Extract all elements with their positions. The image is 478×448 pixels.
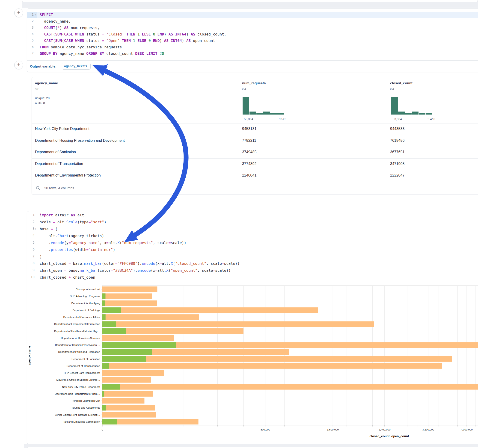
code-line[interactable]: SELECT [40,12,55,18]
table-row[interactable]: Department of Sanitation37494853677651 [32,147,478,158]
bar-closed [102,293,152,299]
histogram-bar [405,113,412,115]
bar-open [102,405,106,411]
y-axis-label: Department of Transportation [66,365,100,367]
code-line[interactable]: COUNT(*) AS num_requests, [40,25,100,31]
bar-open [102,293,105,299]
histogram-bar [256,113,263,115]
column-stat: unique: 20 [35,96,50,100]
code-line[interactable]: CAST(SUM(CASE WHEN status = 'Open' THEN … [40,38,215,43]
bar-open [102,356,146,362]
table-cell: Department of Sanitation [35,150,76,154]
histogram-min-label: 53,304 [244,117,253,121]
histogram-bar [412,112,419,115]
bar-closed [102,307,318,313]
table-cell: 2240041 [242,173,256,177]
add-cell-button-output[interactable]: + [14,61,23,69]
code-line[interactable]: GROUP BY agency_name ORDER BY closed_cou… [40,51,164,56]
next-cell-edge [27,447,478,448]
code-line[interactable]: import altair as alt [40,213,84,218]
active-line-highlight [27,12,478,18]
code-line[interactable]: .encode(y="agency_name", x=alt.X("num_re… [40,240,186,245]
x-axis-label: 0 [102,428,103,431]
y-axis-label: Department of Health and Mental Hyg… [54,330,100,333]
column-header[interactable]: agency_name [35,81,58,85]
histogram-bar [263,112,270,115]
y-axis-label: Department of Consumer Affairs [63,316,100,318]
table-cell: New York City Police Department [35,127,89,131]
column-type: i64 [390,87,394,91]
line-number: 6 [26,45,34,49]
code-line[interactable]: chart_closed + chart_open [40,275,95,280]
line-number: 4 [27,234,35,237]
histogram-bar [398,112,405,115]
column-header[interactable]: closed_count [390,81,413,85]
histogram-bar [426,113,432,115]
y-axis-label: Department of Parks and Recreation [58,350,100,353]
line-number: 10 [27,275,35,279]
line-number: 1 [26,13,34,16]
code-line[interactable]: chart_closed = base.mark_bar(color="#FFC… [40,261,239,266]
code-line[interactable]: scale = alt.Scale(type="sqrt") [40,220,106,225]
table-row[interactable]: Department of Transportation377489234719… [32,159,478,170]
code-line[interactable]: agency_name, [40,19,71,24]
bar-open [102,342,176,348]
histogram-min-label: 53,304 [393,117,402,121]
y-axis-title: agency_name [28,335,31,376]
y-axis-label: Department of Environmental Protection [54,323,100,325]
y-axis-label: Department for the Aging [71,302,100,305]
bar-open [102,321,116,327]
bar-closed [102,356,452,362]
output-variable-pill[interactable]: agency_tickets [62,63,91,70]
bar-closed [102,412,156,417]
column-header[interactable]: num_requests [242,81,266,85]
code-line[interactable]: FROM sample_data.nyc.service_requests [40,45,122,50]
y-axis-label: Department of Housing Preservation … [55,344,100,346]
bar-closed [102,391,153,397]
code-line[interactable]: base = ( [40,227,57,232]
histogram-max-label: 9.5e6 [270,117,286,121]
code-line[interactable]: .properties(width="container") [40,247,115,252]
code-line[interactable]: ) [40,254,42,259]
table-cell: Department of Housing Preservation and D… [35,138,125,143]
table-cell: Department of Transportation [35,162,83,166]
code-line[interactable]: CAST(SUM(CASE WHEN status = 'Closed' THE… [40,32,226,37]
add-cell-button-top[interactable]: + [14,8,23,17]
y-axis-label: Department of Buildings [73,309,100,311]
table-row[interactable]: Department of Housing Preservation and D… [32,135,478,147]
collapse-chevron-icon[interactable]: ∨ [34,13,36,16]
histogram-max-label: 9.4e6 [419,117,435,121]
sql-gutter-divider [37,8,37,59]
line-number: 6 [27,248,35,251]
table-cell: 7782211 [242,138,256,143]
table-row[interactable]: New York City Police Department945313194… [32,124,478,135]
code-line[interactable]: alt.Chart(agency_tickets) [40,233,104,238]
bar-open [102,384,120,390]
line-number: 8 [27,261,35,265]
collapse-chevron-icon[interactable]: ∨ [34,227,36,230]
histogram-bar [419,113,425,115]
search-icon[interactable] [36,186,40,191]
bar-closed [102,300,157,306]
sql-output-divider [27,60,478,61]
code-line[interactable]: chart_open = base.mark_bar(color="#8BC34… [40,268,231,273]
previous-cell-edge [22,0,478,2]
x-axis-label: 3,200,000 [422,428,434,431]
y-axis-label: Taxi and Limousine Commission [63,420,100,423]
bar-open [102,419,117,424]
table-cell: 9453131 [242,127,256,131]
line-number: 1 [27,213,35,217]
y-axis-label: HRA Benefit Card Replacement [64,372,100,374]
table-cell: 3677651 [390,150,404,154]
x-axis-label: 4,000,000 [461,428,472,431]
table-row[interactable]: Department of Environmental Protection22… [32,170,478,182]
notebook-page: + + Output variable: agency_tickets agen… [0,0,478,448]
bar-open [102,307,121,313]
line-number: 2 [27,220,35,224]
bar-open [102,328,126,334]
bar-open [102,300,105,306]
x-axis-label: 1,600,000 [327,428,339,431]
line-number: 2 [26,19,34,23]
line-number: 4 [26,32,34,36]
column-stat: nulls: 0 [35,101,45,105]
